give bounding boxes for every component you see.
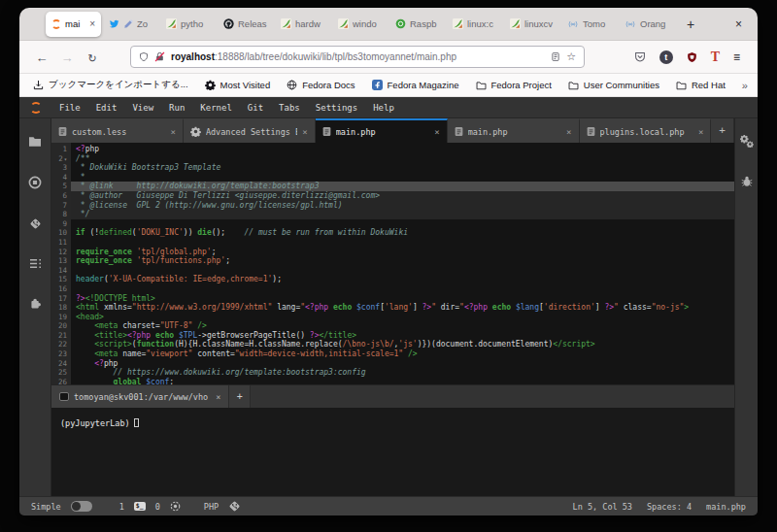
code-line[interactable]: <meta charset="UTF-8" /> — [71, 321, 734, 331]
browser-tab[interactable]: linuxcv — [504, 12, 559, 37]
menu-run[interactable]: Run — [161, 103, 192, 113]
code-line[interactable] — [71, 219, 734, 229]
bookmark-item[interactable]: Fedora Project — [476, 80, 552, 90]
language-indicator[interactable]: PHP — [204, 502, 219, 512]
tampermonkey-button[interactable]: T — [711, 50, 720, 65]
browser-tab[interactable]: Releas — [218, 12, 273, 37]
account-button[interactable]: t — [659, 50, 673, 64]
bookmark-item[interactable]: Red Hat — [676, 80, 726, 90]
table-of-contents-button[interactable] — [29, 258, 42, 269]
bookmark-item[interactable]: User Communities — [568, 80, 659, 90]
bookmark-item[interactable]: Most Visited — [205, 80, 271, 90]
browser-tab[interactable]: mai× — [46, 12, 101, 37]
bookmark-item[interactable]: ブックマークをインポートする... — [33, 79, 188, 91]
property-inspector-button[interactable] — [740, 134, 754, 148]
menu-settings[interactable]: Settings — [308, 103, 365, 113]
menu-file[interactable]: File — [51, 103, 88, 113]
debugger-button[interactable] — [741, 175, 753, 187]
menu-edit[interactable]: Edit — [88, 103, 125, 113]
menu-tabs[interactable]: Tabs — [271, 103, 308, 113]
menu-kernel[interactable]: Kernel — [192, 103, 240, 113]
bookmark-item[interactable]: Fedora Magazine — [372, 80, 459, 90]
code-line[interactable]: * @link http://dokuwiki.org/template:boo… — [71, 182, 734, 191]
dock-tab-close-icon[interactable]: × — [566, 127, 571, 137]
git-panel-button[interactable] — [29, 217, 42, 230]
ublock-button[interactable] — [687, 51, 697, 63]
code-line[interactable]: /** — [71, 154, 734, 164]
pocket-button[interactable] — [634, 51, 646, 62]
terminal-tab[interactable]: tomoyan@skv001:/var/www/vho × — [51, 385, 229, 408]
code-line[interactable]: require_once 'tpl/functions.php'; — [71, 256, 734, 266]
browser-tab[interactable]: Orang — [619, 12, 674, 37]
code-line[interactable]: header('X-UA-Compatible: IE=edge,chrome=… — [71, 275, 734, 284]
code-line[interactable]: * @author Giuseppe Di Terlizzi <giuseppe… — [71, 191, 734, 201]
tab-close-icon[interactable]: × — [89, 18, 95, 29]
code-line[interactable]: */ — [71, 210, 734, 219]
new-terminal-button[interactable]: + — [229, 385, 251, 408]
dock-tab[interactable]: custom.less× — [51, 118, 184, 143]
code-line[interactable] — [71, 238, 734, 248]
new-tab-button[interactable]: + — [675, 17, 706, 32]
code-line[interactable]: if (!defined('DOKU_INC')) die(); // must… — [71, 228, 734, 238]
terminal-output[interactable]: (pyJupyterLab) — [51, 408, 734, 496]
dock-tab-close-icon[interactable]: × — [434, 127, 439, 137]
browser-tab[interactable]: hardw — [275, 12, 330, 37]
terminal-count[interactable]: 1 — [119, 502, 124, 512]
bookmark-item[interactable]: Fedora Docs — [287, 80, 355, 90]
reader-view-icon[interactable] — [551, 51, 560, 62]
dock-add-tab-button[interactable]: + — [711, 118, 734, 143]
code-line[interactable]: // https://www.dokuwiki.org/template:boo… — [71, 368, 734, 378]
dock-tab-close-icon[interactable]: × — [698, 127, 703, 137]
dock-tab[interactable]: Advanced Settings Editor× — [184, 118, 316, 143]
code-line[interactable]: require_once 'tpl/global.php'; — [71, 248, 734, 257]
browser-tab[interactable]: Zo — [103, 12, 158, 37]
menu-help[interactable]: Help — [365, 103, 402, 113]
cursor-position[interactable]: Ln 5, Col 53 — [573, 502, 632, 512]
browser-tab[interactable]: windo — [332, 12, 388, 37]
extension-manager-button[interactable] — [29, 297, 42, 310]
dock-tab[interactable]: plugins.local.php× — [580, 118, 712, 143]
code-line[interactable]: * DokuWiki Bootstrap3 Template — [71, 163, 734, 173]
fold-caret-icon[interactable]: ▾ — [64, 156, 67, 162]
bookmarks-overflow-button[interactable]: » — [742, 80, 748, 91]
code-line[interactable]: <meta name="viewport" content="width=dev… — [71, 349, 734, 359]
back-button[interactable]: ← — [29, 49, 54, 66]
code-line[interactable]: global $conf; — [71, 378, 734, 384]
code-line[interactable]: <?php — [71, 145, 734, 154]
browser-tab[interactable]: linux:c — [447, 12, 502, 37]
indent-indicator[interactable]: Spaces: 4 — [647, 502, 692, 512]
forward-button[interactable]: → — [54, 49, 80, 66]
window-close-button[interactable]: × — [720, 17, 758, 31]
dock-tab-close-icon[interactable]: × — [302, 127, 307, 137]
code-line[interactable]: * @license GPL 2 (http://www.gnu.org/lic… — [71, 201, 734, 211]
bookmark-star-icon[interactable]: ☆ — [566, 51, 576, 62]
code-editor[interactable]: 1<?php2▾/**3 * DokuWiki Bootstrap3 Templ… — [51, 143, 734, 384]
code-line[interactable]: <html xmlns="http://www.w3.org/1999/xhtm… — [71, 303, 734, 313]
reload-button[interactable]: ↻ — [80, 49, 105, 66]
git-status-icon[interactable] — [228, 500, 241, 513]
url-bar[interactable]: royalhost:18888/lab/tree/dokuwiki/lib/tp… — [130, 46, 585, 68]
insecure-connection-icon[interactable] — [154, 51, 165, 62]
code-line[interactable]: <script>(function(H){H.className=H.class… — [71, 340, 734, 349]
code-line[interactable]: <head> — [71, 313, 734, 322]
code-line[interactable]: ?><!DOCTYPE html> — [71, 294, 734, 304]
menu-git[interactable]: Git — [240, 103, 271, 113]
code-line[interactable]: * — [71, 173, 734, 183]
dock-tab[interactable]: main.php× — [316, 118, 448, 143]
browser-tab[interactable]: Raspb — [389, 12, 445, 37]
kernel-count[interactable]: 0 — [155, 502, 160, 512]
code-line[interactable] — [71, 284, 734, 294]
terminal-tab-close-icon[interactable]: × — [216, 392, 220, 402]
dock-tab[interactable]: main.php× — [448, 118, 580, 143]
browser-tab[interactable]: pytho — [160, 12, 216, 37]
file-browser-button[interactable] — [28, 136, 42, 148]
tracking-protection-icon[interactable] — [139, 51, 149, 62]
menu-view[interactable]: View — [124, 103, 161, 113]
browser-tab[interactable]: Tomo — [561, 12, 617, 37]
running-sessions-button[interactable] — [28, 176, 42, 189]
code-line[interactable] — [71, 266, 734, 276]
dock-tab-close-icon[interactable]: × — [170, 127, 175, 137]
simple-mode-toggle[interactable] — [71, 501, 92, 512]
app-menu-button[interactable]: ≡ — [733, 51, 740, 63]
code-line[interactable]: <?php — [71, 359, 734, 369]
